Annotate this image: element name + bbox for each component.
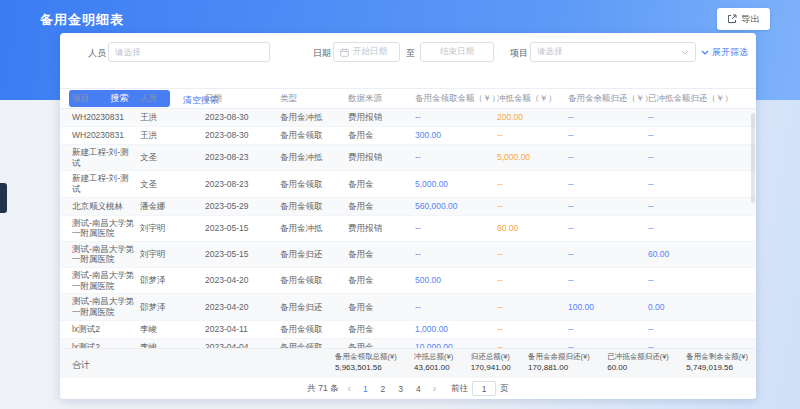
- next-page-button[interactable]: ›: [431, 383, 438, 394]
- cell-person: 王洪: [140, 109, 205, 127]
- col-project: 项目: [60, 89, 140, 109]
- cell-balance_return: --: [568, 215, 648, 241]
- page-number-4[interactable]: 4: [413, 384, 424, 394]
- cell-date: 2023-08-30: [205, 127, 280, 145]
- cell-balance_return: --: [568, 145, 648, 171]
- date-start-input[interactable]: 开始日期: [333, 42, 400, 62]
- cell-source: 备用金: [348, 268, 415, 294]
- goto-suffix: 页: [500, 383, 509, 395]
- page-numbers: 1234: [360, 384, 424, 394]
- table-row[interactable]: 测试-南昌大学第一附属医院邵梦泽2023-04-20备用金归还备用金----10…: [60, 294, 756, 320]
- table-row[interactable]: 测试-南昌大学第一附属医院刘宇明2023-05-15备用金归还备用金------…: [60, 241, 756, 267]
- expand-chevron-icon: [701, 50, 709, 55]
- cell-offset_return: --: [648, 109, 756, 127]
- cell-source: 备用金: [348, 294, 415, 320]
- calendar-icon: [340, 48, 349, 57]
- cell-offset_return: --: [648, 145, 756, 171]
- cell-source: 备用金: [348, 127, 415, 145]
- cell-received: --: [415, 241, 497, 267]
- col-source: 数据来源: [348, 89, 415, 109]
- cell-offset_return: --: [648, 127, 756, 145]
- date-to-label: 至: [406, 47, 415, 60]
- goto-page-input[interactable]: [472, 381, 496, 396]
- date-end-placeholder: 结束日期: [440, 46, 474, 58]
- col-received: 备用金领取金额（￥）: [415, 89, 497, 109]
- cell-type: 备用金领取: [280, 127, 348, 145]
- page-number-2[interactable]: 2: [378, 384, 389, 394]
- expand-filter-link[interactable]: 展开筛选: [701, 46, 748, 59]
- summary-balance-return-total: 备用金余额归还(¥) 170,881.00: [528, 352, 590, 372]
- table-header: 项目 人员 日期 类型 数据来源 备用金领取金额（￥） 冲抵金额（￥） 备用金余…: [60, 89, 756, 109]
- cell-source: 费用报销: [348, 145, 415, 171]
- summary-received-total: 备用金领取总额(¥) 5,963,501.56: [335, 352, 397, 372]
- table-row[interactable]: lx测试2李峻2023-04-04备用金领取备用金10,000.00------: [60, 338, 756, 348]
- page-number-1[interactable]: 1: [360, 384, 371, 394]
- cell-date: 2023-08-23: [205, 171, 280, 197]
- person-select-input[interactable]: [108, 42, 270, 62]
- cell-received: 300.00: [415, 127, 497, 145]
- cell-type: 备用金领取: [280, 171, 348, 197]
- main-card: 人员 日期 开始日期 至 结束日期 项目 请选择: [60, 33, 756, 399]
- cell-project: lx测试2: [60, 338, 140, 348]
- cell-project: 测试-南昌大学第一附属医院: [60, 294, 140, 320]
- project-select[interactable]: 请选择: [530, 42, 696, 62]
- cell-offset: --: [497, 268, 568, 294]
- summary-row: 合计 备用金领取总额(¥) 5,963,501.56 冲抵总额(¥) 43,60…: [60, 348, 756, 378]
- cell-project: 测试-南昌大学第一附属医院: [60, 268, 140, 294]
- table-row[interactable]: 测试-南昌大学第一附属医院邵梦泽2023-04-20备用金领取备用金500.00…: [60, 268, 756, 294]
- cell-person: 李峻: [140, 320, 205, 338]
- page-number-3[interactable]: 3: [395, 384, 406, 394]
- expand-filter-label: 展开筛选: [712, 46, 748, 59]
- total-count: 共 71 条: [307, 383, 338, 395]
- cell-date: 2023-04-20: [205, 294, 280, 320]
- export-button[interactable]: 导出: [717, 8, 770, 30]
- date-end-input[interactable]: 结束日期: [420, 42, 494, 62]
- cell-source: 备用金: [348, 171, 415, 197]
- cell-offset_return: --: [648, 268, 756, 294]
- cell-project: lx测试2: [60, 320, 140, 338]
- table-row[interactable]: WH20230831王洪2023-08-30备用金冲抵费用报销--200.00-…: [60, 109, 756, 127]
- cell-person: 王洪: [140, 127, 205, 145]
- table-row[interactable]: lx测试2李峻2023-04-11备用金领取备用金1,000.00------: [60, 320, 756, 338]
- cell-person: 邵梦泽: [140, 294, 205, 320]
- table-row[interactable]: 新建工程-刘-测试文圣2023-08-23备用金冲抵费用报销--5,000.00…: [60, 145, 756, 171]
- cell-offset_return: 0.00: [648, 294, 756, 320]
- cell-source: 备用金: [348, 241, 415, 267]
- prev-page-button[interactable]: ‹: [346, 383, 353, 394]
- chevron-down-icon: [681, 50, 689, 55]
- cell-date: 2023-05-29: [205, 197, 280, 215]
- cell-source: 费用报销: [348, 215, 415, 241]
- drawer-handle[interactable]: [0, 183, 7, 213]
- page-title: 备用金明细表: [40, 11, 124, 29]
- summary-label: 合计: [72, 359, 90, 372]
- table-body: WH20230831王洪2023-08-30备用金冲抵费用报销--200.00-…: [60, 109, 756, 349]
- table-row[interactable]: 测试-南昌大学第一附属医院刘宇明2023-05-15备用金冲抵费用报销--60.…: [60, 215, 756, 241]
- table-row[interactable]: WH20230831王洪2023-08-30备用金领取备用金300.00----…: [60, 127, 756, 145]
- cell-person: 潘金娜: [140, 197, 205, 215]
- cell-person: 邵梦泽: [140, 268, 205, 294]
- cell-offset: --: [497, 197, 568, 215]
- cell-offset: --: [497, 294, 568, 320]
- table-row[interactable]: 新建工程-刘-测试文圣2023-08-23备用金领取备用金5,000.00---…: [60, 171, 756, 197]
- data-table: 项目 人员 日期 类型 数据来源 备用金领取金额（￥） 冲抵金额（￥） 备用金余…: [60, 88, 756, 348]
- col-type: 类型: [280, 89, 348, 109]
- cell-offset: --: [497, 338, 568, 348]
- cell-source: 费用报销: [348, 109, 415, 127]
- cell-received: 1,000.00: [415, 320, 497, 338]
- cell-balance_return: --: [568, 268, 648, 294]
- cell-date: 2023-08-30: [205, 109, 280, 127]
- cell-received: --: [415, 215, 497, 241]
- pagination: 共 71 条 ‹ 1234 › 前往 页: [60, 378, 756, 399]
- cell-project: WH20230831: [60, 109, 140, 127]
- cell-offset_return: --: [648, 338, 756, 348]
- table-row[interactable]: 北京顺义桃林潘金娜2023-05-29备用金领取备用金560,000.00---…: [60, 197, 756, 215]
- cell-offset: --: [497, 127, 568, 145]
- cell-received: 10,000.00: [415, 338, 497, 348]
- scrollbar[interactable]: [751, 113, 755, 203]
- cell-offset_return: --: [648, 197, 756, 215]
- cell-person: 文圣: [140, 145, 205, 171]
- cell-type: 备用金冲抵: [280, 215, 348, 241]
- cell-balance_return: --: [568, 320, 648, 338]
- cell-type: 备用金冲抵: [280, 145, 348, 171]
- date-start-placeholder: 开始日期: [353, 46, 387, 58]
